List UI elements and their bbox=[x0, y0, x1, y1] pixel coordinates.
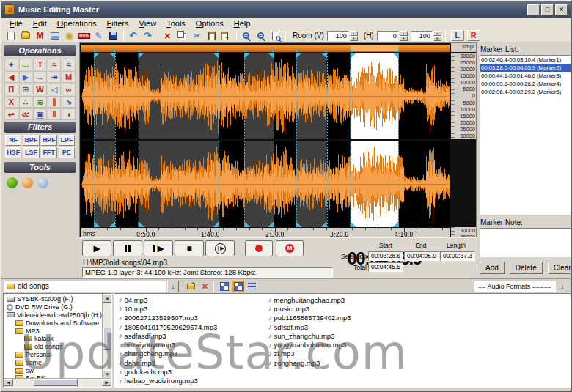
tree-item[interactable]: old songs bbox=[5, 343, 111, 351]
select-region-tool-icon[interactable]: ▭ bbox=[19, 59, 33, 70]
file-list-item[interactable]: ♪sdfsdf.mp3 bbox=[267, 322, 351, 331]
filter-lsf-button[interactable]: LSF bbox=[23, 147, 39, 158]
filter-bpf-button[interactable]: BPF bbox=[23, 135, 39, 146]
filter-pe-button[interactable]: PE bbox=[59, 147, 75, 158]
file-list-item[interactable]: ♪gudukechi.mp3 bbox=[117, 367, 217, 376]
menu-item-filters[interactable]: Filters bbox=[102, 18, 134, 29]
audio-formats-dropdown-button[interactable]: ↓ bbox=[557, 281, 568, 292]
audio-formats-combo[interactable]: == Audio Formats ===== bbox=[474, 281, 556, 292]
paste-button[interactable] bbox=[205, 30, 219, 42]
tree-item[interactable]: sw bbox=[5, 366, 111, 374]
marker-list[interactable]: 00:02:46.4-00:03:10.4 (Marker1)00:03:28.… bbox=[480, 55, 571, 215]
record-marker-button[interactable]: M bbox=[276, 240, 304, 256]
record-button[interactable] bbox=[245, 240, 273, 256]
delete-marker-button[interactable]: Delete bbox=[510, 262, 543, 274]
save-button[interactable] bbox=[106, 30, 120, 42]
tree-horizontal-scrollbar[interactable]: ◀ ▶ bbox=[4, 378, 111, 387]
silence-block-tool-icon[interactable]: ▣ bbox=[33, 108, 47, 120]
move-right-tool-icon[interactable]: → bbox=[33, 71, 47, 83]
filter-hsf-button[interactable]: HSF bbox=[5, 147, 21, 158]
equalizer-tool-icon[interactable]: ‖ bbox=[48, 108, 62, 120]
open-file-button[interactable] bbox=[18, 30, 32, 42]
file-list-item[interactable]: ♪changcheng.mp3 bbox=[117, 350, 217, 358]
left-channel-button[interactable]: L bbox=[451, 30, 464, 41]
room-h2-spinner[interactable]: 100▲▼ bbox=[411, 31, 441, 41]
delete-button[interactable]: × bbox=[161, 30, 175, 42]
scroll-left-button[interactable]: ◀ bbox=[4, 379, 13, 386]
marker-list-item[interactable]: 00:00:09.8-00:00:26.2 (Marker4) bbox=[480, 80, 571, 88]
filter-fft-button[interactable]: FFT bbox=[41, 147, 57, 158]
burn-cd-button[interactable]: ◉ bbox=[62, 30, 76, 42]
redo-button[interactable]: ↷ bbox=[141, 30, 155, 42]
noise-tool-icon[interactable]: ∴ bbox=[19, 96, 33, 108]
new-file-button[interactable] bbox=[4, 30, 18, 42]
list-view-button[interactable] bbox=[246, 281, 258, 292]
menu-item-view[interactable]: View bbox=[134, 18, 162, 29]
slope-tool-icon[interactable]: ∥ bbox=[48, 96, 62, 108]
room-h-spinner[interactable]: 0▲▼ bbox=[377, 31, 408, 41]
copy-button[interactable] bbox=[175, 30, 189, 42]
file-list-item[interactable]: ♪04.mp3 bbox=[117, 295, 217, 304]
file-list-item[interactable]: ♪sun_zhangchu.mp3 bbox=[267, 331, 351, 340]
file-list-item[interactable]: ♪yongyuanbuhuitou.mp3 bbox=[267, 340, 351, 349]
delete-file-button[interactable]: ✕ bbox=[199, 281, 211, 292]
play-from-cursor-button[interactable]: ▶ bbox=[144, 240, 173, 256]
menu-item-edit[interactable]: Edit bbox=[28, 18, 52, 29]
open-audio-button[interactable]: M bbox=[33, 30, 47, 42]
file-list-item[interactable]: ♪menghuitangchao.mp3 bbox=[267, 295, 351, 304]
skip-forward-tool-icon[interactable]: ↠ bbox=[48, 71, 62, 83]
tree-vertical-scrollbar[interactable]: ▲ ▼ bbox=[102, 294, 111, 379]
file-list-item[interactable]: ♪asdfasdf.mp3 bbox=[117, 331, 217, 340]
scroll-up-button[interactable]: ▲ bbox=[103, 294, 112, 303]
filter-hpf-button[interactable]: HPF bbox=[41, 135, 57, 146]
play-button[interactable]: ▶ bbox=[82, 240, 111, 256]
add-marker-button[interactable]: Add bbox=[480, 262, 505, 274]
zoom-full-button[interactable] bbox=[268, 30, 282, 42]
clear-marker-button[interactable]: Clear bbox=[548, 262, 572, 274]
waveform-channel-left[interactable] bbox=[81, 53, 450, 139]
filter-lpf-button[interactable]: LPF bbox=[59, 135, 75, 146]
tree-item[interactable]: Personal bbox=[5, 351, 111, 359]
tree-item[interactable]: SYSBK-st200g (F:) bbox=[5, 295, 111, 303]
cursor-tool-icon[interactable]: + bbox=[4, 59, 18, 70]
zero-cross-tool-icon[interactable]: Ŧ bbox=[33, 59, 47, 70]
marker-list-item[interactable]: 00:02:06.4-00:02:29.2 (Marker5) bbox=[480, 88, 571, 96]
right-channel-button[interactable]: R bbox=[467, 30, 480, 41]
marker-list-item[interactable]: 00:02:46.4-00:03:10.4 (Marker1) bbox=[480, 56, 571, 64]
filter-nf-button[interactable]: NF bbox=[5, 135, 21, 146]
minimize-button[interactable]: _ bbox=[527, 4, 540, 15]
file-list-item[interactable]: ♪zongheng.mp3 bbox=[267, 358, 351, 367]
menu-item-tools[interactable]: Tools bbox=[161, 18, 191, 29]
marker-list-item[interactable]: 00:03:28.6-00:04:05.9 (Marker2) bbox=[480, 64, 571, 72]
detail-view-button[interactable] bbox=[232, 281, 244, 292]
waveform-overview[interactable] bbox=[81, 45, 450, 52]
reverse-tool-icon[interactable]: ↩ bbox=[4, 108, 18, 120]
pause-button[interactable] bbox=[113, 240, 142, 256]
file-list-item[interactable]: ♪pub1165885739402.mp3 bbox=[267, 314, 351, 322]
menu-item-help[interactable]: Help bbox=[229, 18, 256, 29]
mix-view-button[interactable] bbox=[48, 30, 62, 42]
marker-list-item[interactable]: 00:00:44.1-00:01:46.6 (Marker3) bbox=[480, 72, 571, 80]
scroll-right-button[interactable]: ▶ bbox=[102, 379, 111, 386]
marker-note-input[interactable] bbox=[480, 228, 571, 257]
tree-item[interactable]: DVD RW Drive (G:) bbox=[5, 303, 111, 311]
zoom-out-button[interactable]: − bbox=[254, 30, 268, 42]
tree-item[interactable]: some bbox=[5, 358, 111, 366]
tree-item[interactable]: Video-ide-wdc-wd2500jb (H:) bbox=[5, 311, 111, 319]
clipboard-mix-tool-icon[interactable]: ⊞ bbox=[19, 84, 33, 95]
file-list-item[interactable]: ♪heibao_wudizirong.mp3 bbox=[117, 377, 217, 385]
edit-button[interactable]: ✎ bbox=[92, 30, 106, 42]
tree-item[interactable]: MP3 bbox=[5, 327, 111, 335]
speaker-tool-icon[interactable]: ◁ bbox=[48, 84, 62, 95]
tree-item[interactable]: kalaok bbox=[5, 335, 111, 343]
maximize-button[interactable]: □ bbox=[541, 4, 554, 15]
cut-button[interactable]: ✂ bbox=[190, 30, 204, 42]
waveform-channel-right[interactable] bbox=[81, 141, 450, 227]
stop-button[interactable]: ■ bbox=[175, 240, 204, 256]
undo-button[interactable]: ↶ bbox=[126, 30, 140, 42]
hscroll-thumb[interactable] bbox=[34, 379, 78, 386]
pan-balance-tool-icon[interactable]: ◑ bbox=[62, 108, 76, 120]
recorder-tool-icon[interactable] bbox=[22, 177, 33, 188]
loop-tool-icon[interactable]: ∞ bbox=[62, 84, 76, 95]
converter-tool-icon[interactable] bbox=[7, 177, 18, 188]
